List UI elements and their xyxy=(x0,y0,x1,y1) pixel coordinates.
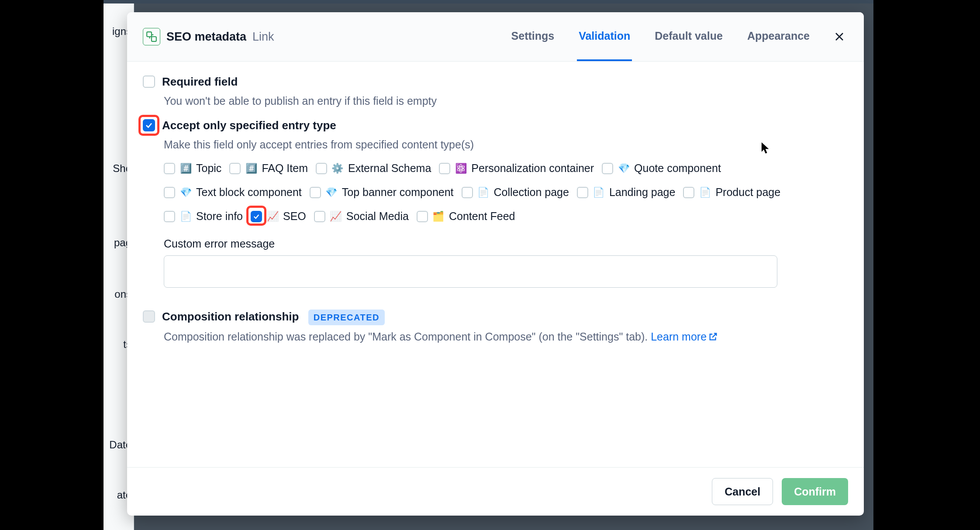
entry-type-checkbox[interactable] xyxy=(310,187,321,198)
header-title-group: SEO metadata Link xyxy=(143,28,274,45)
entry-type-checkbox[interactable] xyxy=(439,163,450,174)
entry-type-label: SEO xyxy=(283,210,306,223)
entry-type-checkbox[interactable] xyxy=(164,187,175,198)
accept-entry-types-title: Accept only specified entry type xyxy=(162,118,336,133)
composition-title-text: Composition relationship xyxy=(162,310,299,323)
custom-error-label: Custom error message xyxy=(164,237,843,250)
entry-type-item: 📈SEO xyxy=(251,210,306,223)
entry-type-item: #️⃣Topic xyxy=(164,162,221,175)
entry-type-icon: #️⃣ xyxy=(245,162,257,175)
tab-settings[interactable]: Settings xyxy=(510,12,556,61)
required-field-title: Required field xyxy=(162,75,238,89)
composition-relationship-desc: Composition relationship was replaced by… xyxy=(164,329,843,344)
entry-type-checkbox[interactable] xyxy=(577,187,588,198)
entry-type-label: External Schema xyxy=(348,162,431,175)
learn-more-text: Learn more xyxy=(651,330,707,343)
entry-type-checkbox[interactable] xyxy=(229,163,241,174)
entry-types-list: #️⃣Topic#️⃣FAQ Item⚙️External Schema⚛️Pe… xyxy=(164,162,843,223)
entry-type-item: ⚙️External Schema xyxy=(316,162,431,175)
composition-desc-text: Composition relationship was replaced by… xyxy=(164,330,651,343)
entry-type-label: Content Feed xyxy=(449,210,515,223)
entry-type-label: Topic xyxy=(196,162,221,175)
entry-type-item: 🗂️Content Feed xyxy=(417,210,515,223)
entry-type-item: 📄Store info xyxy=(164,210,243,223)
modal-header: SEO metadata Link Settings Validation De… xyxy=(127,12,864,62)
entry-type-label: Personalization container xyxy=(471,162,594,175)
entry-type-checkbox[interactable] xyxy=(164,163,175,174)
entry-type-icon: 📄 xyxy=(699,186,711,199)
entry-type-item: 💎Quote component xyxy=(602,162,721,175)
custom-error-input[interactable] xyxy=(164,255,777,288)
entry-type-icon: 📈 xyxy=(266,210,279,223)
field-settings-modal: SEO metadata Link Settings Validation De… xyxy=(127,12,864,516)
required-field-option: Required field xyxy=(143,75,843,89)
entry-type-checkbox[interactable] xyxy=(316,163,327,174)
required-field-checkbox[interactable] xyxy=(143,76,155,88)
entry-type-label: Store info xyxy=(196,210,243,223)
entry-type-icon: 💎 xyxy=(325,186,338,199)
close-button[interactable] xyxy=(831,28,848,45)
entry-type-label: Collection page xyxy=(494,186,569,199)
entry-type-label: Quote component xyxy=(634,162,721,175)
modal-tabs: Settings Validation Default value Appear… xyxy=(510,12,811,61)
modal-body: Required field You won't be able to publ… xyxy=(127,62,864,467)
svg-rect-0 xyxy=(147,32,152,37)
tab-validation[interactable]: Validation xyxy=(577,12,632,61)
entry-type-item: #️⃣FAQ Item xyxy=(229,162,308,175)
entry-type-icon: ⚛️ xyxy=(455,162,467,175)
entry-type-icon: 💎 xyxy=(618,162,630,175)
deprecated-badge: DEPRECATED xyxy=(308,310,385,325)
entry-type-icon: 📈 xyxy=(330,210,342,223)
entry-type-label: Text block component xyxy=(196,186,302,199)
entry-type-checkbox[interactable] xyxy=(314,211,325,222)
entry-type-label: Landing page xyxy=(609,186,676,199)
entry-type-item: ⚛️Personalization container xyxy=(439,162,594,175)
entry-type-icon: ⚙️ xyxy=(331,162,344,175)
confirm-button[interactable]: Confirm xyxy=(782,478,848,505)
svg-rect-1 xyxy=(152,37,156,41)
entry-type-item: 💎Top banner component xyxy=(310,186,454,199)
entry-type-item: 💎Text block component xyxy=(164,186,302,199)
entry-type-checkbox[interactable] xyxy=(164,211,175,222)
entry-type-item: 📄Landing page xyxy=(577,186,676,199)
reference-type-icon xyxy=(143,28,160,45)
learn-more-link[interactable]: Learn more xyxy=(651,330,718,343)
entry-type-label: Product page xyxy=(715,186,780,199)
entry-type-checkbox[interactable] xyxy=(683,187,694,198)
entry-type-icon: 📄 xyxy=(593,186,605,199)
accept-entry-types-checkbox[interactable] xyxy=(143,119,155,131)
cancel-button[interactable]: Cancel xyxy=(712,478,773,505)
entry-type-item: 📄Collection page xyxy=(462,186,569,199)
entry-type-label: Top banner component xyxy=(342,186,454,199)
required-field-desc: You won't be able to publish an entry if… xyxy=(164,93,843,109)
field-kind: Link xyxy=(252,30,274,44)
external-link-icon xyxy=(708,332,718,341)
entry-type-item: 📈Social Media xyxy=(314,210,409,223)
tab-appearance[interactable]: Appearance xyxy=(745,12,811,61)
accept-entry-types-option: Accept only specified entry type xyxy=(143,118,843,133)
entry-type-icon: #️⃣ xyxy=(179,162,192,175)
field-title: SEO metadata xyxy=(166,30,246,44)
entry-type-icon: 💎 xyxy=(179,186,192,199)
entry-type-checkbox[interactable] xyxy=(462,187,473,198)
tab-default-value[interactable]: Default value xyxy=(653,12,725,61)
entry-type-checkbox[interactable] xyxy=(602,163,613,174)
composition-relationship-title: Composition relationship DEPRECATED xyxy=(162,310,385,325)
entry-type-checkbox[interactable] xyxy=(417,211,428,222)
entry-type-label: Social Media xyxy=(346,210,409,223)
entry-type-icon: 📄 xyxy=(477,186,490,199)
accept-entry-types-desc: Make this field only accept entries from… xyxy=(164,137,843,152)
composition-relationship-checkbox xyxy=(143,310,155,323)
entry-type-item: 📄Product page xyxy=(683,186,780,199)
entry-type-icon: 🗂️ xyxy=(432,210,445,223)
entry-type-icon: 📄 xyxy=(179,210,192,223)
entry-type-label: FAQ Item xyxy=(262,162,308,175)
composition-relationship-option: Composition relationship DEPRECATED xyxy=(143,310,843,325)
background-top-strip xyxy=(104,0,873,3)
entry-type-checkbox[interactable] xyxy=(251,211,262,222)
modal-footer: Cancel Confirm xyxy=(127,467,864,516)
